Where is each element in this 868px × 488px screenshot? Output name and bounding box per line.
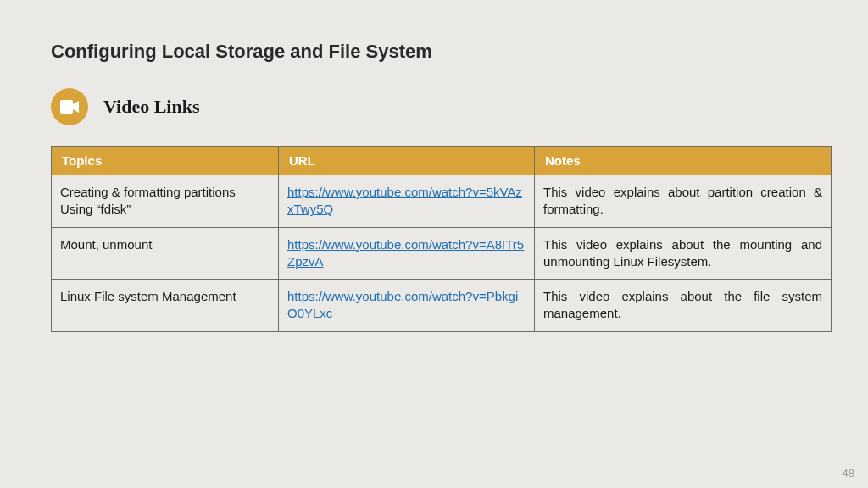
table-row: Mount, unmount https://www.youtube.com/w… <box>52 227 832 280</box>
cell-topic: Creating & formatting partitions Using “… <box>52 175 279 228</box>
page-number: 48 <box>843 467 854 480</box>
table-row: Linux File system Management https://www… <box>52 280 832 332</box>
video-icon <box>51 88 88 125</box>
svg-rect-0 <box>60 100 73 114</box>
cell-notes: This video explains about the mounting a… <box>535 227 832 280</box>
section-header: Video Links <box>51 88 817 125</box>
cell-url: https://www.youtube.com/watch?v=5kVAzxTw… <box>279 175 535 228</box>
cell-notes: This video explains about the file syste… <box>535 280 832 332</box>
section-title: Video Links <box>103 96 200 118</box>
col-header-notes: Notes <box>535 147 832 175</box>
video-link[interactable]: https://www.youtube.com/watch?v=PbkgiO0Y… <box>287 289 518 320</box>
table-row: Creating & formatting partitions Using “… <box>52 175 832 228</box>
cell-url: https://www.youtube.com/watch?v=A8ITr5Zp… <box>279 227 535 280</box>
page-title: Configuring Local Storage and File Syste… <box>51 41 817 63</box>
cell-notes: This video explains about partition crea… <box>535 175 832 228</box>
col-header-topics: Topics <box>52 147 279 175</box>
video-link[interactable]: https://www.youtube.com/watch?v=A8ITr5Zp… <box>287 237 524 269</box>
cell-url: https://www.youtube.com/watch?v=PbkgiO0Y… <box>279 280 535 332</box>
video-links-table: Topics URL Notes Creating & formatting p… <box>51 146 832 332</box>
col-header-url: URL <box>279 147 535 175</box>
cell-topic: Linux File system Management <box>52 280 279 332</box>
video-link[interactable]: https://www.youtube.com/watch?v=5kVAzxTw… <box>287 185 522 216</box>
cell-topic: Mount, unmount <box>52 227 279 280</box>
